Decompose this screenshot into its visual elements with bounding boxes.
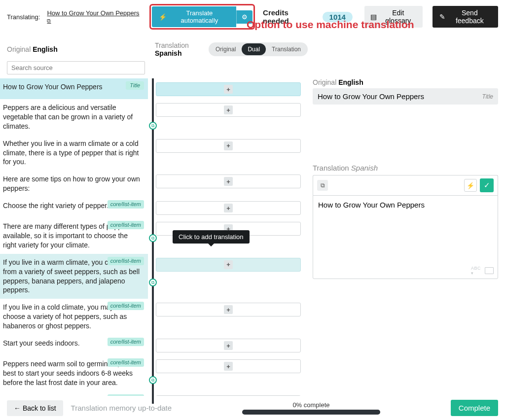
confirm-translation-button[interactable]: ✓: [480, 178, 494, 192]
segment-target[interactable]: +: [156, 201, 301, 215]
segment-source[interactable]: Here are some tips on how to grow your o…: [0, 171, 148, 197]
plus-icon: +: [224, 305, 233, 314]
plus-icon: +: [224, 177, 233, 186]
view-original[interactable]: Original: [210, 43, 242, 55]
segment-source[interactable]: There are many different types of pepper…: [0, 218, 148, 254]
segment-target[interactable]: +: [156, 82, 301, 96]
add-translation-tooltip: Click to add translation: [173, 230, 250, 244]
plus-icon: +: [224, 105, 233, 114]
segment-source[interactable]: Start your seeds indoors.core/list-item: [0, 335, 148, 355]
annotation-highlight: ⚡ Translate automatically ⚙: [149, 4, 255, 30]
plus-icon: +: [224, 141, 233, 150]
editor-mode-icon[interactable]: [485, 267, 494, 274]
pencil-icon: ✎: [439, 13, 445, 21]
translate-auto-button[interactable]: ⚡ Translate automatically: [152, 6, 236, 27]
plus-icon: +: [224, 260, 233, 269]
bolt-icon: ⚡: [467, 182, 474, 189]
abc-indicator: ABC▾: [471, 266, 481, 276]
complete-button[interactable]: Complete: [451, 400, 498, 416]
block-tag: core/list-item: [108, 338, 144, 346]
block-tag: core/list-item: [108, 200, 144, 209]
copy-source-button[interactable]: ⧉: [317, 180, 328, 191]
link-icon[interactable]: ⧉: [149, 234, 157, 242]
segment-target[interactable]: +: [156, 139, 301, 153]
segment-target[interactable]: +: [156, 175, 301, 188]
segment-source[interactable]: Peppers are a delicious and versatile ve…: [0, 99, 148, 135]
segment-source[interactable]: If you live in a warm climate, you can c…: [0, 254, 148, 299]
segment-source[interactable]: Choose the right variety of pepper.core/…: [0, 197, 148, 218]
machine-translate-button[interactable]: ⚡: [464, 179, 477, 192]
segment-target[interactable]: +: [156, 258, 301, 272]
segment-source[interactable]: Peppers need warm soil to germinate, so …: [0, 355, 148, 391]
original-column-header: Original English: [7, 45, 155, 53]
check-icon: ✓: [484, 181, 490, 190]
plus-icon: +: [224, 204, 233, 212]
segment-source[interactable]: Whether you live in a warm climate or a …: [0, 135, 148, 171]
segment-target[interactable]: +: [156, 303, 301, 316]
block-tag: core/list-item: [108, 257, 144, 265]
back-to-list-button[interactable]: ← Back to list: [7, 400, 63, 416]
translation-toolbar: ⧉ ⚡ ✓: [313, 175, 498, 195]
view-translation[interactable]: Translation: [266, 43, 307, 55]
translating-label: Translating:: [7, 13, 40, 21]
external-link-icon: ⧉: [47, 18, 51, 24]
annotation-text: Option to use machine translation: [247, 19, 414, 31]
block-tag: core/list-item: [108, 221, 144, 229]
block-tag: core/list-item: [108, 358, 144, 367]
memory-status: Translation memory up-to-date: [71, 404, 172, 412]
link-icon[interactable]: ⧉: [149, 279, 157, 286]
right-translation-header: Translation Spanish: [313, 164, 498, 172]
segment-target[interactable]: +: [156, 103, 301, 117]
segment-target[interactable]: +: [156, 359, 301, 373]
plus-icon: +: [224, 85, 233, 94]
view-dual[interactable]: Dual: [242, 43, 266, 55]
plus-icon: +: [224, 341, 233, 350]
link-icon[interactable]: ⧉: [149, 376, 157, 384]
progress-label: 0% complete: [292, 401, 329, 409]
translation-editor[interactable]: How to Grow Your Own Peppers ABC▾: [313, 195, 498, 279]
link-icon[interactable]: ⧉: [149, 122, 157, 130]
view-toggle: Original Dual Translation: [209, 42, 308, 56]
copy-icon: ⧉: [321, 182, 325, 189]
bolt-icon: ⚡: [159, 13, 167, 21]
send-feedback-button[interactable]: ✎Send feedback: [433, 6, 498, 28]
segment-source[interactable]: If you live in a cold climate, you may w…: [0, 299, 148, 335]
right-original-header: Original English: [313, 78, 498, 86]
block-tag: core/list-item: [108, 302, 144, 310]
progress-bar: [242, 410, 380, 415]
doc-title-link[interactable]: How to Grow Your Own Peppers ⧉: [47, 9, 140, 24]
plus-icon: +: [224, 362, 233, 371]
search-input[interactable]: [7, 61, 145, 74]
right-original-title: How to Grow Your Own Peppers Title: [313, 88, 498, 105]
segment-source[interactable]: How to Grow Your Own PeppersTitle: [0, 78, 148, 99]
title-tag: Title: [126, 81, 144, 90]
translation-column-header: Translation Spanish Original Dual Transl…: [155, 41, 308, 57]
segment-target[interactable]: +: [156, 339, 301, 352]
